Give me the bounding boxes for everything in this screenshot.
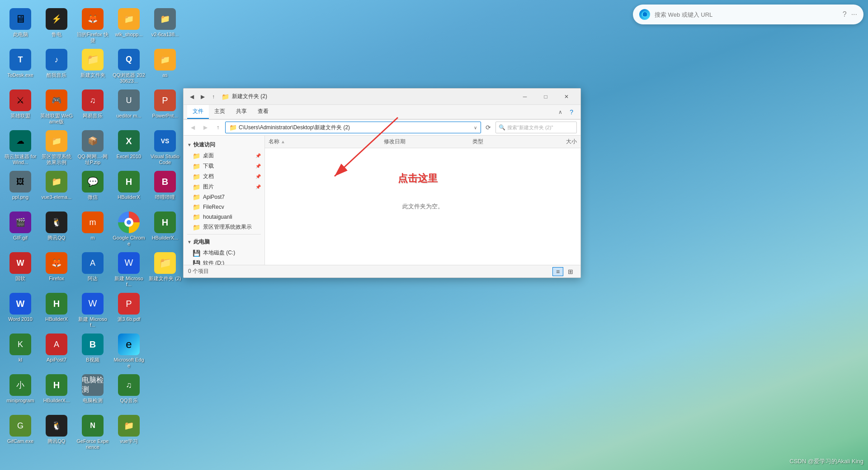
icon-ada[interactable]: A 阿达 xyxy=(75,249,111,289)
icon-bilibili[interactable]: B 哔哩哔哩 xyxy=(147,167,183,208)
icon-qq[interactable]: 🐧 腾讯QQ xyxy=(38,411,75,452)
edge-menu-icon[interactable]: ··· xyxy=(851,10,857,19)
icon-wlkshopping[interactable]: 📁 wlk_shopp... xyxy=(111,5,147,45)
view-tiles-btn[interactable]: ⊞ xyxy=(565,267,576,276)
sidebar-item-houtaiguanli[interactable]: 📁 houtaiguanli xyxy=(184,212,264,222)
sidebar-quick-access-header[interactable]: ▼ 快速访问 xyxy=(184,139,264,150)
icon-vue3[interactable]: 📁 vue3-elema... xyxy=(38,167,75,208)
icon-ppt[interactable]: P PowerPnt... xyxy=(147,86,183,127)
icon-ada-label: 阿达 xyxy=(88,276,98,282)
icon-as[interactable]: 📁 as xyxy=(147,45,183,86)
col-header-date[interactable]: 修改日期 xyxy=(380,136,468,148)
icon-hbuilder[interactable]: H HBuilderX xyxy=(38,289,75,330)
file-list-body: 此文件夹为空。 xyxy=(265,148,580,265)
sidebar-item-drive-d[interactable]: 💾 软件 (D:) xyxy=(184,258,264,265)
icon-vue3-label: vue3-elema... xyxy=(42,194,72,200)
icon-weixin-label: 微信 xyxy=(88,194,98,200)
addr-search-box[interactable]: 🔍 搜索"新建文件夹 (2)" xyxy=(495,122,577,133)
sidebar-item-apipost7[interactable]: 📁 ApiPost7 xyxy=(184,192,264,202)
icon-todesk[interactable]: T ToDesk.exe xyxy=(2,45,38,86)
icon-bvideo[interactable]: B B视频 xyxy=(75,330,111,371)
sidebar-this-pc-header[interactable]: ▼ 此电脑 xyxy=(184,236,264,248)
icon-hbuilderx2[interactable]: H HBuilderX... xyxy=(38,371,75,411)
icon-msedge[interactable]: e Microsoft Edge xyxy=(111,330,147,371)
icon-nvidia[interactable]: 电脑检测 电脑检测 xyxy=(75,371,111,411)
icon-kuwomusic[interactable]: ♪ 酷我音乐 xyxy=(38,45,75,86)
addr-back-btn[interactable]: ◀ xyxy=(187,122,198,133)
icon-oldfox[interactable]: 🦊 旧的Firefox 快捷 xyxy=(75,5,111,45)
icon-newword2[interactable]: W 新建 Microsof... xyxy=(111,249,147,289)
tab-home[interactable]: 主页 xyxy=(209,105,231,119)
icon-diannao[interactable]: 🖥 此电脑 xyxy=(2,5,38,45)
sidebar-item-drive-c[interactable]: 💾 本地磁盘 (C:) xyxy=(184,248,264,258)
col-header-type[interactable]: 类型 xyxy=(469,136,530,148)
sidebar-item-docs[interactable]: 📁 文档 📌 xyxy=(184,171,264,182)
addr-path-box[interactable]: 📁 C\Users\Administrator\Desktop\新建文件夹 (2… xyxy=(225,122,481,133)
icon-kl[interactable]: K kl xyxy=(2,330,38,371)
icon-163[interactable]: 📦 QQ-网网...-网址P.zip xyxy=(75,127,111,167)
edge-url-input[interactable] xyxy=(655,11,843,18)
tab-view[interactable]: 查看 xyxy=(252,105,274,119)
icon-newfile[interactable]: 📁 新建文件夹 xyxy=(75,45,111,86)
tb-forward-icon[interactable]: ▶ xyxy=(198,92,207,101)
addr-up-btn[interactable]: ↑ xyxy=(212,122,223,133)
icon-weixin[interactable]: 💬 微信 xyxy=(75,167,111,208)
icon-qqmusic-img: ♫ xyxy=(118,374,140,396)
sidebar-item-downloads[interactable]: 📁 下载 📌 xyxy=(184,161,264,171)
sidebar-item-filerecv[interactable]: 📁 FileRecv xyxy=(184,202,264,212)
edge-help-icon[interactable]: ? xyxy=(843,10,847,19)
close-button[interactable]: ✕ xyxy=(556,89,577,105)
icon-m[interactable]: m m xyxy=(75,208,111,249)
sidebar-folder-icon-apipost7: 📁 xyxy=(193,193,200,201)
icon-newword[interactable]: W 新建 Microsof... xyxy=(75,289,111,330)
edge-search-bar[interactable]: ? ··· xyxy=(633,5,863,24)
icon-miniprogram-label: miniprogram xyxy=(6,398,34,404)
ribbon-help-btn[interactable]: ? xyxy=(566,105,577,119)
sidebar-item-desktop[interactable]: 📁 桌面 📌 xyxy=(184,150,264,161)
icon-v26ca[interactable]: 📁 v2-6ca138... xyxy=(147,5,183,45)
tb-up-icon[interactable]: ↑ xyxy=(209,92,218,101)
icon-excel2010[interactable]: X Excel 2010 xyxy=(111,127,147,167)
icon-yingxiong2[interactable]: 🎮 英雄联盟 WeGame版 xyxy=(38,86,75,127)
addr-refresh-btn[interactable]: ⟳ xyxy=(483,122,494,133)
icon-qqbrowser[interactable]: Q QQ浏览器 20230623... xyxy=(111,45,147,86)
tab-file[interactable]: 文件 xyxy=(187,105,209,119)
sidebar-drive-c-icon: 💾 xyxy=(193,249,200,257)
maximize-button[interactable]: □ xyxy=(535,89,556,105)
icon-yingxiong[interactable]: ⚔ 英雄联盟 xyxy=(2,86,38,127)
view-details-btn[interactable]: ≡ xyxy=(552,267,563,276)
icon-vuestudy[interactable]: 📁 vue学习 xyxy=(111,411,147,452)
col-header-name[interactable]: 名称 ▲ xyxy=(265,136,380,148)
sidebar-item-pictures[interactable]: 📁 图片 📌 xyxy=(184,182,264,192)
icon-wangyimusic[interactable]: ♫ 网易音乐 xyxy=(75,86,111,127)
icon-wps[interactable]: W 国软 xyxy=(2,249,38,289)
icon-mengcloud[interactable]: ☁ 萌云加速器 for Wind... xyxy=(2,127,38,167)
ribbon-collapse-btn[interactable]: ∧ xyxy=(555,105,566,119)
icon-miniprogram[interactable]: 小 miniprogram xyxy=(2,371,38,411)
icon-hbuilderx4[interactable]: H HBuilderX... xyxy=(147,208,183,249)
tab-share[interactable]: 共享 xyxy=(231,105,252,119)
icon-apipost[interactable]: A ApiPost7 xyxy=(38,330,75,371)
icon-gifcam[interactable]: G GifCam.exe xyxy=(2,411,38,452)
col-header-size[interactable]: 大小 xyxy=(530,136,580,148)
addr-forward-btn[interactable]: ▶ xyxy=(200,122,211,133)
icon-word2010[interactable]: W Word 2010 xyxy=(2,289,38,330)
icon-firefox[interactable]: 🦊 Firefox xyxy=(38,249,75,289)
icon-qqlol[interactable]: 🐧 腾讯QQ xyxy=(38,208,75,249)
tb-back-icon[interactable]: ◀ xyxy=(187,92,196,101)
icon-hbuilderx2-label: HBuilderX... xyxy=(43,398,70,404)
icon-ppl[interactable]: 🖼 ppl.png xyxy=(2,167,38,208)
icon-chrome[interactable]: Google Chrome xyxy=(111,208,147,249)
icon-jingqu[interactable]: 📁 景区管理系统效果示例 xyxy=(38,127,75,167)
sidebar-item-jingqu[interactable]: 📁 景区管理系统效果示 xyxy=(184,222,264,232)
icon-ludian[interactable]: ⚡ 鲁电 xyxy=(38,5,75,45)
icon-qqmusic[interactable]: ♫ QQ音乐 xyxy=(111,371,147,411)
icon-ueditor[interactable]: U ueditor m... xyxy=(111,86,147,127)
minimize-button[interactable]: ─ xyxy=(514,89,535,105)
icon-gif[interactable]: 🎬 GIF.gif xyxy=(2,208,38,249)
icon-vscode[interactable]: VS Visual Studio Code xyxy=(147,127,183,167)
icon-geforce[interactable]: N GeForce Experience xyxy=(75,411,111,452)
icon-newpdf[interactable]: P 派3.6b.pdf xyxy=(111,289,147,330)
icon-hbuilderx3[interactable]: H HBuilderX xyxy=(111,167,147,208)
icon-newfile2[interactable]: 📁 新建文件夹 (2) xyxy=(147,249,183,289)
